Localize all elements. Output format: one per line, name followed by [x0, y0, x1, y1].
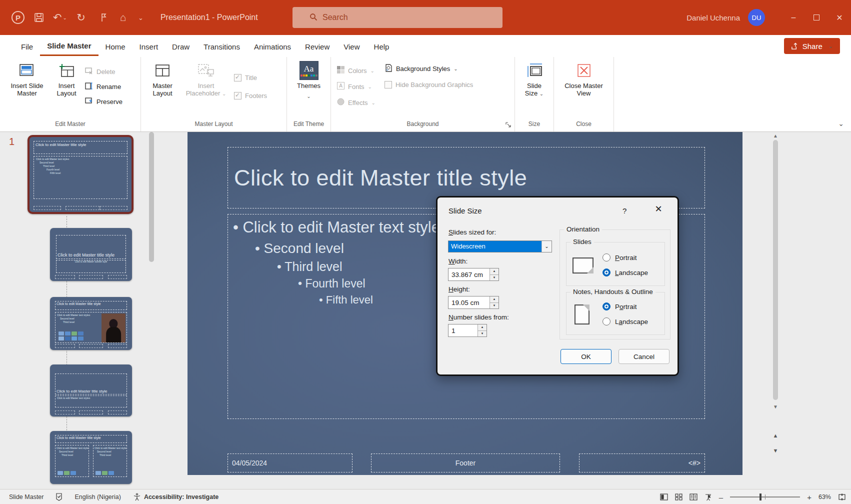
notes-landscape-option[interactable]: Landscape: [602, 318, 648, 326]
width-input[interactable]: 33.867 cm ▲▼: [448, 268, 499, 281]
insert-slide-master-button[interactable]: Insert Slide Master: [4, 60, 50, 113]
tab-draw[interactable]: Draw: [165, 37, 196, 56]
app-title: Presentation1 - PowerPoint: [160, 13, 258, 22]
main-scrollbar[interactable]: ▲ ▼ ▲ ▼: [772, 132, 780, 475]
slides-portrait-option[interactable]: Portrait: [602, 254, 637, 262]
spin-up-icon[interactable]: ▲: [478, 324, 486, 331]
fit-to-window-button[interactable]: [838, 493, 846, 501]
user-name[interactable]: Daniel Uchenna: [686, 14, 740, 22]
tab-animations[interactable]: Animations: [247, 37, 298, 56]
slide-number-placeholder[interactable]: <#>: [579, 454, 705, 472]
delete-button: Delete: [85, 66, 122, 77]
previous-slide-button[interactable]: ▲: [772, 430, 780, 441]
landscape-radio[interactable]: [602, 268, 610, 276]
slides-landscape-option[interactable]: Landscape: [602, 268, 648, 276]
thumbnail-layout-two-content[interactable]: Click to edit Master title style Click t…: [50, 431, 132, 484]
redo-icon[interactable]: ↻: [72, 8, 90, 26]
thumb-bullet: Third level: [100, 454, 126, 457]
tab-home[interactable]: Home: [98, 37, 132, 56]
reading-view-button[interactable]: [690, 494, 698, 500]
spellcheck-button[interactable]: [50, 490, 68, 504]
thumbnail-slide-master[interactable]: Click to edit Master title style Click t…: [28, 135, 134, 214]
spin-down-icon[interactable]: ▼: [490, 275, 498, 281]
spin-up-icon[interactable]: ▲: [490, 268, 498, 275]
tab-view[interactable]: View: [336, 37, 366, 56]
tab-transitions[interactable]: Transitions: [196, 37, 247, 56]
select-chevron-icon[interactable]: ⌄: [542, 241, 552, 252]
minimize-button[interactable]: –: [782, 0, 805, 35]
tab-insert[interactable]: Insert: [132, 37, 166, 56]
dialog-close-button[interactable]: ✕: [652, 204, 666, 214]
slides-sized-for-select[interactable]: Widescreen ⌄: [448, 240, 552, 252]
tab-help[interactable]: Help: [367, 37, 396, 56]
spin-up-icon[interactable]: ▲: [490, 296, 498, 303]
language-button[interactable]: English (Nigeria): [68, 490, 126, 504]
master-layout-button[interactable]: Master Layout: [145, 60, 180, 113]
slideshow-view-button[interactable]: [704, 494, 712, 501]
tab-file[interactable]: File: [14, 37, 40, 56]
scroll-up-icon[interactable]: ▲: [772, 133, 778, 138]
scrollbar-thumb[interactable]: [773, 140, 778, 400]
thumbnail-layout-section-header[interactable]: Click to edit Master title style Click t…: [50, 364, 132, 416]
landscape-radio[interactable]: [602, 318, 610, 326]
accessibility-button[interactable]: Accessibility: Investigate: [127, 490, 224, 504]
normal-view-button[interactable]: [660, 494, 668, 500]
portrait-page-icon: [574, 304, 590, 324]
insert-placeholder-button: Insert Placeholder ⌄: [182, 60, 230, 113]
thumbnail-layout-title-slide[interactable]: Click to edit Master title style Click t…: [50, 228, 132, 281]
thumbnail-layout-content[interactable]: Click to edit Master title style Click t…: [50, 297, 132, 350]
slide-size-dialog: Slide Size ? ✕ Slides sized for: Widescr…: [436, 196, 679, 376]
portrait-radio[interactable]: [602, 302, 610, 310]
save-icon[interactable]: [30, 8, 48, 26]
background-styles-button[interactable]: Background Styles⌄: [384, 63, 473, 74]
quick-access-toolbar-chevron-icon[interactable]: ⌄: [135, 14, 146, 22]
home-icon[interactable]: ⌂: [114, 8, 132, 26]
height-input[interactable]: 19.05 cm ▲▼: [448, 296, 499, 309]
slide-size-button[interactable]: Slide Size ⌄: [519, 60, 550, 113]
master-title-text: Click to edit Master title style: [228, 165, 527, 191]
zoom-out-button[interactable]: –: [719, 493, 723, 502]
footer-placeholder[interactable]: Footer: [371, 454, 560, 472]
spin-down-icon[interactable]: ▼: [478, 331, 486, 337]
preserve-button[interactable]: Preserve: [85, 96, 122, 107]
background-dialog-launcher-icon[interactable]: [506, 122, 512, 129]
number-slides-input[interactable]: 1 ▲▼: [448, 324, 487, 337]
ok-button[interactable]: OK: [560, 349, 612, 364]
zoom-level[interactable]: 63%: [818, 494, 831, 500]
insert-layout-button[interactable]: Insert Layout: [52, 60, 81, 113]
slideshow-icon[interactable]: [93, 8, 111, 26]
scroll-down-icon[interactable]: ▼: [772, 404, 778, 410]
dialog-help-button[interactable]: ?: [622, 206, 626, 215]
tab-review[interactable]: Review: [298, 37, 336, 56]
thumbnail-panel-scrollbar[interactable]: [149, 132, 154, 262]
thumb-bullet: Fourth level: [46, 168, 125, 172]
close-master-view-button[interactable]: Close Master View: [559, 60, 609, 113]
next-slide-button[interactable]: ▼: [772, 445, 780, 456]
number-spinner[interactable]: ▲▼: [478, 324, 486, 336]
zoom-slider[interactable]: [730, 496, 800, 498]
notes-portrait-option[interactable]: Portrait: [602, 302, 637, 310]
tab-slide-master[interactable]: Slide Master: [40, 36, 98, 56]
zoom-slider-thumb[interactable]: [760, 494, 762, 500]
collapse-ribbon-chevron-icon[interactable]: ⌄: [838, 120, 844, 128]
themes-button[interactable]: Aa Themes ⌄: [292, 60, 326, 113]
view-status-label[interactable]: Slide Master: [0, 490, 50, 504]
maximize-button[interactable]: [805, 0, 828, 35]
thumb-bullet: Third level: [62, 454, 88, 457]
zoom-in-button[interactable]: +: [807, 493, 812, 502]
width-spinner[interactable]: ▲▼: [490, 268, 498, 280]
undo-icon[interactable]: ↶⌄: [51, 8, 69, 26]
close-button[interactable]: ✕: [828, 0, 851, 35]
rename-button[interactable]: Rename: [85, 81, 122, 92]
cancel-button[interactable]: Cancel: [618, 349, 670, 364]
portrait-radio[interactable]: [602, 254, 610, 262]
colors-button: Colors⌄: [337, 65, 376, 76]
avatar[interactable]: DU: [748, 9, 765, 26]
date-placeholder[interactable]: 04/05/2024: [228, 454, 352, 472]
search-input[interactable]: Search: [292, 7, 502, 28]
slide-sorter-view-button[interactable]: [675, 494, 682, 500]
group-master-layout: Master Layout Insert Placeholder ⌄ Title…: [141, 57, 287, 132]
share-button[interactable]: Share⌄: [784, 38, 840, 54]
height-spinner[interactable]: ▲▼: [490, 296, 498, 308]
spin-down-icon[interactable]: ▼: [490, 303, 498, 309]
